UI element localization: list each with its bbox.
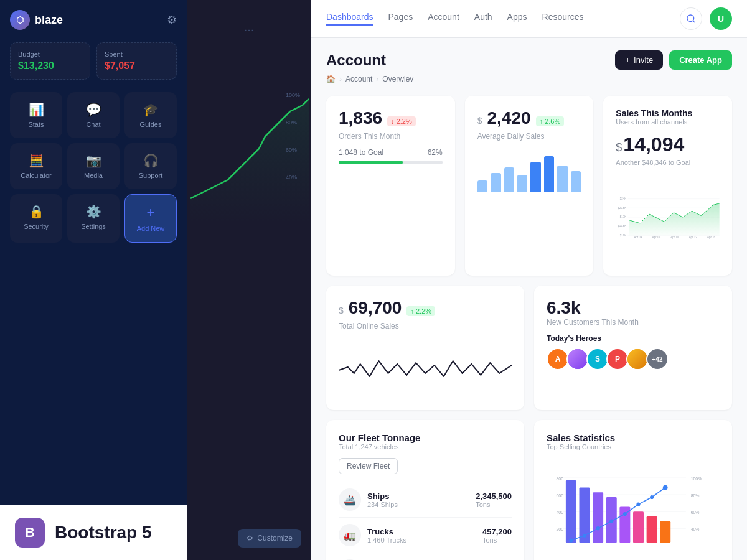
sidebar-item-guides[interactable]: 🎓 Guides [125,92,177,138]
bar-2 [491,173,500,192]
trucks-value: 457,200 [482,527,512,536]
top-nav: Dashboards Pages Account Auth Apps Resou… [311,0,747,38]
sales-month-title: Sales This Months [616,108,720,118]
heroes-title: Today's Heroes [547,334,720,343]
sidebar-item-media[interactable]: 📷 Media [67,143,120,189]
sidebar-item-security[interactable]: 🔒 Security [10,194,62,243]
sales-sub-text: Another $48,346 to Goal [616,159,720,166]
content-area: Dashboards Pages Account Auth Apps Resou… [311,0,747,560]
bar-country-1 [566,480,576,543]
sidebar-item-add-new[interactable]: + Add New [125,194,177,243]
new-customers-card: 6.3k New Customers This Month Today's He… [534,286,732,410]
page-header: Account + Invite Create App [326,50,732,70]
bar-4 [517,175,527,192]
tab-apps[interactable]: Apps [507,12,527,26]
nav-grid: 📊 Stats 💬 Chat 🎓 Guides 🧮 Calculator 📷 M… [10,92,177,243]
bootstrap-icon: B [15,518,45,548]
logo-area: ⬡ blaze [10,10,63,30]
right-dots: ··· [197,22,301,37]
sales-big-value: 14,094 [623,133,684,156]
bootstrap-badge: B Bootstrap 5 [0,505,187,560]
security-icon: 🔒 [29,204,44,219]
sidebar-item-settings[interactable]: ⚙️ Settings [67,194,120,243]
sidebar: ⬡ blaze ⚙ Budget $13,230 Spent $7,057 📊 … [0,0,187,560]
user-avatar[interactable]: U [710,7,732,30]
trucks-unit: Tons [482,536,512,544]
sidebar-header: ⬡ blaze ⚙ [10,10,177,30]
tab-account[interactable]: Account [428,12,459,26]
create-app-button[interactable]: Create App [669,50,732,70]
fleet-planes-row: ✈️ Planes 8 Aircrafts 1,240 Tons [339,553,512,560]
breadcrumb-account[interactable]: Account [345,75,372,83]
tab-auth[interactable]: Auth [474,12,492,26]
invite-icon: + [625,55,630,65]
online-prefix: $ [339,306,344,315]
sidebar-menu-icon[interactable]: ⚙ [167,13,177,27]
goal-pct: 62% [428,148,443,157]
svg-text:400: 400 [556,510,563,515]
ships-icon: 🚢 [339,488,361,511]
daily-sales-label: Average Daily Sales [477,132,581,141]
online-label: Total Online Sales [339,322,512,330]
chat-label: Chat [86,121,100,128]
tab-dashboards[interactable]: Dashboards [326,12,374,26]
bootstrap-label: Bootstrap 5 [55,523,152,543]
settings-label: Settings [81,223,106,230]
svg-text:200: 200 [556,527,563,531]
orders-label: Orders This Month [339,132,443,141]
search-button[interactable] [680,7,702,30]
online-value: 69,700 [349,298,402,318]
sales-prefix: $ [477,116,482,126]
trucks-sub: 1,460 Trucks [367,536,406,544]
svg-text:Apr 13: Apr 13 [689,236,698,239]
svg-text:100%: 100% [691,477,702,481]
breadcrumb-overview: Overwiev [382,75,413,83]
sales-stats-sub: Top Selling Countries [547,443,720,450]
hero-more: +42 [646,348,669,370]
top-nav-right: U [680,7,732,30]
app-name: blaze [35,14,63,27]
online-change: ↑ 2.2% [406,306,435,316]
support-icon: 🎧 [143,153,159,168]
progress-fill [339,161,403,164]
sales-chart-svg: $24K $20.5K $17K $13.5K $10K Apr 04 Apr … [616,174,720,261]
trucks-name: Trucks [367,527,406,536]
bar-chart [477,148,581,192]
daily-sales-card: $ 2,420 ↑ 2.6% Average Daily Sales [465,96,594,276]
hero-4: P [606,348,629,370]
ships-value: 2,345,500 [476,492,512,501]
sidebar-item-calculator[interactable]: 🧮 Calculator [10,143,62,189]
fleet-subtitle: Total 1,247 vehicles [339,443,512,450]
budget-label: Budget [18,50,82,58]
bar-3 [504,167,514,192]
customize-label: Customize [257,534,293,543]
media-label: Media [84,172,103,179]
invite-label: Invite [634,55,653,65]
orders-progress: 1,048 to Goal 62% [339,148,443,164]
customize-button[interactable]: ⚙ Customize [238,529,301,548]
sidebar-item-chat[interactable]: 💬 Chat [67,92,120,138]
invite-button[interactable]: + Invite [615,50,663,70]
svg-text:$17K: $17K [620,215,626,218]
stats-label: Stats [28,121,44,128]
guides-icon: 🎓 [143,102,159,117]
sidebar-item-stats[interactable]: 📊 Stats [10,92,62,138]
svg-line-1 [693,21,695,22]
chat-icon: 💬 [86,102,101,117]
svg-text:60%: 60% [691,510,700,515]
tab-pages[interactable]: Pages [388,12,413,26]
tab-resources[interactable]: Resources [542,12,584,26]
budget-value: $13,230 [18,60,82,72]
sidebar-item-support[interactable]: 🎧 Support [125,143,177,189]
orders-card: 1,836 ↓ 2.2% Orders This Month 1,048 to … [326,96,455,276]
review-fleet-button[interactable]: Review Fleet [339,458,398,474]
svg-point-34 [623,512,627,516]
daily-sales-value: 2,420 [487,108,530,128]
goal-text: 1,048 to Goal [339,148,383,157]
svg-text:80%: 80% [691,493,700,498]
main-wrapper: ··· 100% 80% 60% 40% [187,0,747,560]
svg-text:$13.5K: $13.5K [618,225,627,228]
page-title: Account [326,52,386,69]
svg-text:$20.5K: $20.5K [618,207,627,210]
sales-stats-card: Sales Statistics Top Selling Countries 8… [534,420,732,560]
